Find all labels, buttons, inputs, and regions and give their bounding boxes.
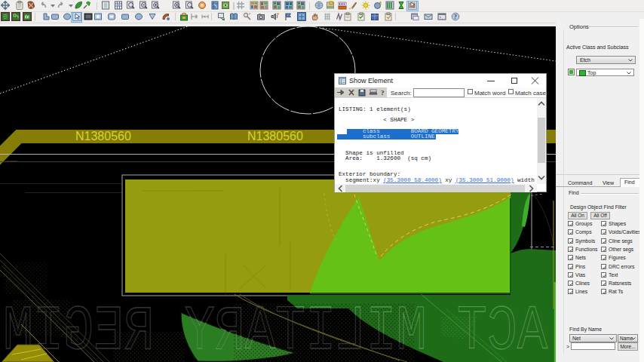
- svg-text:?: ?: [454, 14, 457, 20]
- svg-text:>_: >_: [440, 16, 444, 20]
- svg-text:?: ?: [381, 89, 385, 97]
